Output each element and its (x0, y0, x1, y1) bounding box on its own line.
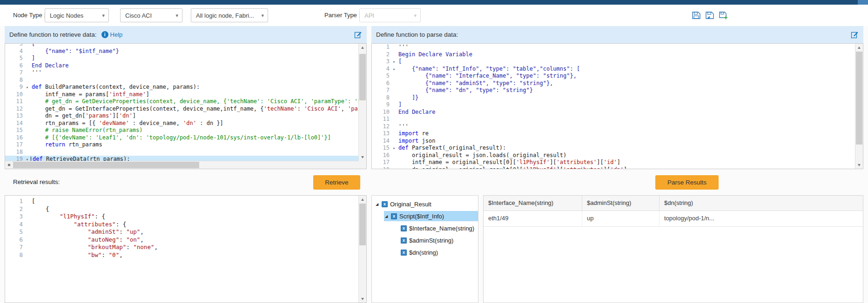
scrollbar-thumb[interactable] (13, 162, 199, 168)
code-line[interactable]: 9] (372, 101, 855, 109)
table-header-cell[interactable]: $Interface_Name(string) (484, 196, 582, 211)
tree-item[interactable]: x$dn(string) (372, 246, 478, 258)
code-line[interactable]: 17 intf_name = original_result[0]['l1Phy… (372, 159, 855, 166)
tree-expand-icon[interactable]: ◢ (385, 214, 391, 218)
code-text: ] (31, 55, 35, 61)
code-line[interactable]: 1[ (5, 198, 358, 205)
code-line[interactable]: 17 return rtn_params (5, 141, 358, 149)
parse-results-button[interactable]: Parse Results (655, 175, 719, 190)
table-header-row: $Interface_Name(string)$adminSt(string)$… (484, 196, 863, 211)
code-line[interactable]: 11 (372, 116, 855, 123)
retrieval-results-editor[interactable]: 1[2 {3 "l1PhysIf": {4 "attributes": {5 "… (5, 195, 367, 303)
vertical-scrollbar[interactable] (358, 44, 366, 161)
line-number: 12 (5, 105, 24, 112)
retrieve-button[interactable]: Retrieve (313, 175, 360, 190)
table-header-cell[interactable]: $adminSt(string) (582, 196, 659, 211)
scroll-up-button[interactable] (359, 196, 366, 203)
code-line[interactable]: 6End Declare (5, 62, 358, 70)
code-line[interactable]: 14import json (372, 138, 855, 145)
code-text: ''' (397, 44, 409, 50)
code-line[interactable]: 2Begin Declare Variable (372, 51, 855, 59)
code-line[interactable]: 12 get_dn = GetInterfaceProperties(conte… (5, 105, 358, 113)
scroll-up-button[interactable] (855, 44, 863, 51)
code-line[interactable]: 2 { (5, 205, 358, 213)
code-line[interactable]: 3[ (5, 44, 358, 48)
help-link[interactable]: i Help (101, 31, 123, 38)
vertical-scrollbar[interactable] (358, 196, 366, 303)
tree-item[interactable]: ◢xOriginal_Result (372, 198, 478, 210)
code-line[interactable]: 13import re (372, 130, 855, 138)
code-line[interactable]: 8 ]} (372, 94, 855, 102)
scrollbar-thumb[interactable] (359, 54, 366, 100)
parser-type-select[interactable]: API ▾ (359, 8, 421, 22)
code-line[interactable]: 5 "adminSt": "up", (5, 228, 358, 236)
code-line[interactable]: 4 "attributes": { (5, 221, 358, 229)
fold-arrow-icon[interactable]: ▾ (390, 146, 397, 151)
vertical-scrollbar[interactable] (855, 44, 863, 169)
code-text: dn_original = original_result[0]['l1Phys… (397, 166, 627, 169)
code-line[interactable]: 11 # get_dn = GetDeviceProperties(contex… (5, 98, 358, 105)
code-line[interactable]: 4▾ {"name": "Intf_Info", "type": "table"… (372, 66, 855, 73)
table-cell: topology/pod-1/n... (659, 211, 863, 226)
code-text: ''' (31, 69, 42, 76)
fold-arrow-icon[interactable]: ▾ (24, 157, 31, 161)
scroll-right-button[interactable] (5, 161, 13, 169)
code-line[interactable]: 7''' (5, 69, 358, 77)
code-line[interactable]: 19▾def RetrieveData(rtn_params): (5, 156, 358, 161)
table-header-cell[interactable]: $dn(string) (659, 196, 863, 211)
expand-retrieve-editor-icon[interactable] (354, 31, 362, 39)
code-line[interactable]: 18 (5, 149, 358, 156)
code-line[interactable]: 9▾def BuildParameters(context, device_na… (5, 84, 358, 91)
tree-item-label: $dn(string) (409, 249, 438, 256)
tree-item[interactable]: ◢xScript($Intf_Info) (372, 210, 478, 222)
code-line[interactable]: 12''' (372, 123, 855, 131)
scroll-up-button[interactable] (359, 44, 366, 51)
table-row[interactable]: eth1/49uptopology/pod-1/n... (484, 211, 863, 227)
scrollbar-thumb[interactable] (359, 204, 366, 245)
line-number: 15 (372, 145, 390, 151)
code-line[interactable]: 6 {"name": "adminSt", "type": "string"}, (372, 80, 855, 87)
tree-item[interactable]: x$adminSt(string) (372, 234, 478, 246)
code-line[interactable]: 7 "brkoutMap": "none", (5, 244, 358, 251)
horizontal-scrollbar[interactable] (5, 161, 358, 169)
fold-arrow-icon[interactable]: ▾ (390, 59, 397, 64)
code-line[interactable]: 5] (5, 55, 358, 62)
code-line[interactable]: 13 dn = get_dn['params']['dn'] (5, 112, 358, 120)
code-line[interactable]: 7 {"name": "dn", "type": "string"} (372, 87, 855, 94)
code-line[interactable]: 14 rtn_params = [{ 'devName' : device_na… (5, 120, 358, 127)
code-line[interactable]: 3▾[ (372, 58, 855, 66)
code-line[interactable]: 3 "l1PhysIf": { (5, 213, 358, 221)
fold-arrow-icon[interactable]: ▾ (24, 85, 31, 90)
code-line[interactable]: 1''' (372, 44, 855, 51)
code-line[interactable]: 15 # raise NameError(rtn_params) (5, 127, 358, 134)
node-type-select[interactable]: Logic Nodes ▾ (45, 8, 109, 22)
code-line[interactable]: 16 # [{'devName': 'Leaf1', 'dn': 'topolo… (5, 134, 358, 142)
save-icon[interactable] (692, 11, 701, 20)
code-line[interactable]: 16 original_result = json.loads(_origina… (372, 152, 855, 159)
scroll-down-button[interactable] (855, 161, 863, 169)
save-new-icon[interactable] (719, 11, 728, 20)
code-line[interactable]: 4 {"name": "$intf_name"} (5, 48, 358, 55)
parse-code-editor[interactable]: 1'''2Begin Declare Variable3▾[4▾ {"name"… (371, 43, 863, 169)
code-line[interactable]: 10End Declare (372, 109, 855, 116)
scope-select[interactable]: All logic node, Fabri... ▾ (191, 8, 268, 22)
chevron-down-icon: ▾ (261, 13, 264, 19)
device-type-select[interactable]: Cisco ACI ▾ (120, 8, 182, 22)
scroll-down-button[interactable] (359, 295, 366, 303)
code-line[interactable]: 10 intf_name = params['intf_name'] (5, 91, 358, 99)
scroll-down-button[interactable] (359, 153, 366, 161)
code-line[interactable]: 18 dn_original = original_result[0]['l1P… (372, 166, 855, 169)
tree-item[interactable]: x$Interface_Name(string) (372, 222, 478, 234)
save-as-icon[interactable] (705, 11, 714, 20)
tree-expand-icon[interactable]: ◢ (376, 202, 382, 206)
scrollbar-thumb[interactable] (856, 52, 862, 145)
code-line[interactable]: 8 "bw": "0", (5, 251, 358, 259)
fold-arrow-icon[interactable]: ▾ (390, 67, 397, 72)
retrieve-code-editor[interactable]: 3[4 {"name": "$intf_name"}5]6End Declare… (5, 43, 367, 169)
code-line[interactable]: 6 "autoNeg": "on", (5, 236, 358, 244)
code-line[interactable]: 8 (5, 77, 358, 84)
code-line[interactable]: 15▾def ParseText(_original_result): (372, 145, 855, 152)
expand-parse-editor-icon[interactable] (851, 31, 859, 39)
line-number: 3 (5, 213, 24, 221)
code-line[interactable]: 5 {"name": "Interface_Name", "type": "st… (372, 72, 855, 80)
